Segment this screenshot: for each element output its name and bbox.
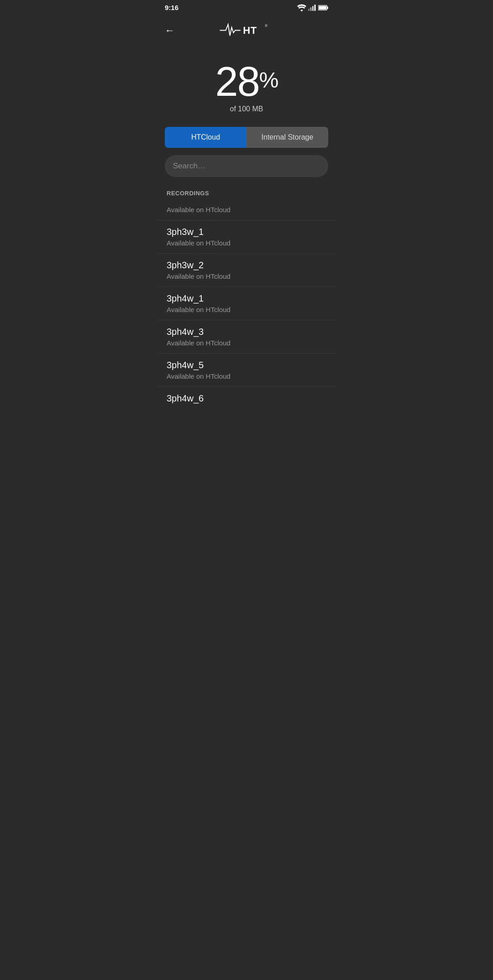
usage-percent-display: 28% (215, 61, 278, 102)
back-button[interactable]: ← (165, 26, 175, 36)
recordings-list: RECORDINGS Available on HTcloud 3ph3w_1 … (157, 181, 336, 416)
list-item-subtitle: Available on HTcloud (167, 306, 326, 313)
list-item-title: 3ph4w_3 (167, 327, 326, 337)
usage-of-label: of 100 MB (230, 105, 263, 113)
logo-area: HT ® (217, 18, 276, 43)
svg-rect-1 (310, 7, 312, 11)
list-item-title: 3ph4w_1 (167, 293, 326, 304)
svg-rect-0 (308, 9, 309, 11)
list-item-subtitle: Available on HTcloud (167, 339, 326, 347)
svg-rect-5 (327, 6, 328, 9)
svg-rect-6 (319, 6, 326, 10)
signal-icon (308, 4, 316, 11)
list-item[interactable]: 3ph3w_2 Available on HTcloud (157, 254, 336, 287)
list-item[interactable]: 3ph4w_6 (157, 387, 336, 412)
svg-text:®: ® (265, 24, 267, 28)
list-item[interactable]: 3ph4w_1 Available on HTcloud (157, 287, 336, 320)
list-item[interactable]: 3ph4w_5 Available on HTcloud (157, 354, 336, 387)
list-item-subtitle: Available on HTcloud (167, 206, 326, 214)
status-bar: 9:16 (157, 0, 336, 13)
list-item-subtitle: Available on HTcloud (167, 272, 326, 280)
list-item-subtitle: Available on HTcloud (167, 239, 326, 247)
list-item[interactable]: 3ph4w_3 Available on HTcloud (157, 320, 336, 354)
search-container (165, 155, 328, 177)
list-item-title: 3ph4w_6 (167, 393, 326, 404)
svg-text:HT: HT (243, 25, 257, 36)
list-item-title: 3ph3w_2 (167, 260, 326, 271)
list-item[interactable]: 3ph3w_1 Available on HTcloud (157, 220, 336, 254)
status-time: 9:16 (165, 4, 178, 11)
app-logo: HT ® (217, 18, 276, 43)
battery-icon (318, 5, 328, 11)
list-item-subtitle: Available on HTcloud (167, 372, 326, 380)
usage-number: 28% (215, 59, 278, 104)
tab-internal-storage[interactable]: Internal Storage (246, 127, 328, 148)
section-header: RECORDINGS (157, 184, 336, 199)
list-item-title: 3ph3w_1 (167, 227, 326, 237)
status-icons (297, 4, 328, 11)
svg-rect-3 (315, 5, 316, 11)
top-bar: ← HT ® (157, 13, 336, 47)
list-item-title: 3ph4w_5 (167, 360, 326, 370)
search-input[interactable] (165, 155, 328, 177)
usage-number-value: 28 (215, 59, 259, 104)
tab-htcloud[interactable]: HTCloud (165, 127, 246, 148)
usage-section: 28% of 100 MB (157, 47, 336, 127)
percent-sign: % (259, 69, 278, 91)
svg-rect-2 (312, 6, 314, 11)
list-item[interactable]: Available on HTcloud (157, 199, 336, 220)
tabs-container: HTCloud Internal Storage (165, 127, 328, 148)
wifi-icon (297, 4, 306, 11)
